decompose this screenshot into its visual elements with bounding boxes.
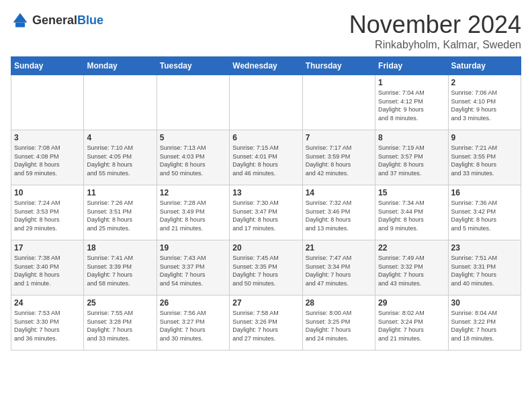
day-number: 17	[14, 243, 81, 253]
calendar-week-row: 24Sunrise: 7:53 AM Sunset: 3:30 PM Dayli…	[11, 295, 521, 351]
calendar-cell: 24Sunrise: 7:53 AM Sunset: 3:30 PM Dayli…	[11, 295, 84, 351]
logo-text-blue: Blue	[77, 13, 103, 27]
day-detail: Sunrise: 7:08 AM Sunset: 4:08 PM Dayligh…	[14, 144, 81, 177]
day-number: 8	[378, 133, 445, 142]
calendar-cell: 3Sunrise: 7:08 AM Sunset: 4:08 PM Daylig…	[11, 130, 84, 185]
weekday-header: Monday	[84, 57, 157, 75]
day-detail: Sunrise: 7:36 AM Sunset: 3:42 PM Dayligh…	[451, 199, 518, 232]
day-detail: Sunrise: 7:28 AM Sunset: 3:49 PM Dayligh…	[160, 199, 226, 232]
calendar-cell: 6Sunrise: 7:15 AM Sunset: 4:01 PM Daylig…	[230, 130, 302, 185]
day-detail: Sunrise: 8:00 AM Sunset: 3:25 PM Dayligh…	[306, 309, 372, 342]
svg-rect-1	[15, 23, 25, 28]
weekday-header: Thursday	[302, 57, 375, 75]
calendar-table: SundayMondayTuesdayWednesdayThursdayFrid…	[11, 56, 521, 351]
day-number: 27	[232, 298, 299, 308]
day-number: 26	[160, 298, 226, 308]
calendar-cell: 20Sunrise: 7:45 AM Sunset: 3:35 PM Dayli…	[230, 240, 302, 295]
day-detail: Sunrise: 7:24 AM Sunset: 3:53 PM Dayligh…	[14, 199, 81, 232]
calendar-week-row: 17Sunrise: 7:38 AM Sunset: 3:40 PM Dayli…	[11, 240, 521, 295]
day-detail: Sunrise: 7:38 AM Sunset: 3:40 PM Dayligh…	[14, 254, 81, 287]
calendar-cell: 25Sunrise: 7:55 AM Sunset: 3:28 PM Dayli…	[84, 295, 157, 351]
svg-marker-0	[13, 13, 28, 23]
month-title: November 2024	[349, 11, 521, 39]
day-detail: Sunrise: 7:34 AM Sunset: 3:44 PM Dayligh…	[378, 199, 445, 232]
day-number: 6	[232, 133, 299, 142]
day-detail: Sunrise: 7:45 AM Sunset: 3:35 PM Dayligh…	[232, 254, 299, 287]
weekday-header: Sunday	[11, 57, 84, 75]
calendar-cell: 1Sunrise: 7:04 AM Sunset: 4:12 PM Daylig…	[375, 75, 448, 130]
day-detail: Sunrise: 7:41 AM Sunset: 3:39 PM Dayligh…	[87, 254, 153, 287]
calendar-cell	[11, 75, 84, 130]
calendar-cell: 18Sunrise: 7:41 AM Sunset: 3:39 PM Dayli…	[84, 240, 157, 295]
day-detail: Sunrise: 7:32 AM Sunset: 3:46 PM Dayligh…	[306, 199, 372, 232]
calendar-cell: 26Sunrise: 7:56 AM Sunset: 3:27 PM Dayli…	[157, 295, 229, 351]
weekday-header: Tuesday	[157, 57, 229, 75]
day-number: 23	[451, 243, 518, 253]
calendar-cell: 4Sunrise: 7:10 AM Sunset: 4:05 PM Daylig…	[84, 130, 157, 185]
day-number: 22	[378, 243, 445, 253]
day-number: 4	[87, 133, 153, 142]
calendar-cell: 29Sunrise: 8:02 AM Sunset: 3:24 PM Dayli…	[375, 295, 448, 351]
calendar-cell: 22Sunrise: 7:49 AM Sunset: 3:32 PM Dayli…	[375, 240, 448, 295]
day-detail: Sunrise: 7:15 AM Sunset: 4:01 PM Dayligh…	[232, 144, 299, 177]
day-detail: Sunrise: 7:06 AM Sunset: 4:10 PM Dayligh…	[451, 89, 518, 122]
day-detail: Sunrise: 7:56 AM Sunset: 3:27 PM Dayligh…	[160, 309, 226, 342]
weekday-header: Wednesday	[230, 57, 302, 75]
calendar-cell: 5Sunrise: 7:13 AM Sunset: 4:03 PM Daylig…	[157, 130, 229, 185]
calendar-cell	[84, 75, 157, 130]
day-number: 24	[14, 298, 81, 308]
calendar-cell: 19Sunrise: 7:43 AM Sunset: 3:37 PM Dayli…	[157, 240, 229, 295]
day-detail: Sunrise: 7:10 AM Sunset: 4:05 PM Dayligh…	[87, 144, 153, 177]
calendar-cell: 28Sunrise: 8:00 AM Sunset: 3:25 PM Dayli…	[302, 295, 375, 351]
calendar-body: 1Sunrise: 7:04 AM Sunset: 4:12 PM Daylig…	[11, 75, 521, 351]
day-detail: Sunrise: 7:43 AM Sunset: 3:37 PM Dayligh…	[160, 254, 226, 287]
day-detail: Sunrise: 8:04 AM Sunset: 3:22 PM Dayligh…	[451, 309, 518, 342]
calendar-cell: 30Sunrise: 8:04 AM Sunset: 3:22 PM Dayli…	[448, 295, 521, 351]
day-detail: Sunrise: 7:30 AM Sunset: 3:47 PM Dayligh…	[232, 199, 299, 232]
day-detail: Sunrise: 7:26 AM Sunset: 3:51 PM Dayligh…	[87, 199, 153, 232]
day-number: 12	[160, 188, 226, 197]
day-detail: Sunrise: 7:51 AM Sunset: 3:31 PM Dayligh…	[451, 254, 518, 287]
calendar-week-row: 10Sunrise: 7:24 AM Sunset: 3:53 PM Dayli…	[11, 185, 521, 240]
day-number: 16	[451, 188, 518, 197]
day-number: 25	[87, 298, 153, 308]
day-number: 15	[378, 188, 445, 197]
day-detail: Sunrise: 7:17 AM Sunset: 3:59 PM Dayligh…	[306, 144, 372, 177]
day-number: 3	[14, 133, 81, 142]
calendar-cell: 27Sunrise: 7:58 AM Sunset: 3:26 PM Dayli…	[230, 295, 302, 351]
calendar-cell: 8Sunrise: 7:19 AM Sunset: 3:57 PM Daylig…	[375, 130, 448, 185]
day-number: 11	[87, 188, 153, 197]
calendar-cell: 13Sunrise: 7:30 AM Sunset: 3:47 PM Dayli…	[230, 185, 302, 240]
day-number: 9	[451, 133, 518, 142]
calendar-cell: 15Sunrise: 7:34 AM Sunset: 3:44 PM Dayli…	[375, 185, 448, 240]
day-number: 5	[160, 133, 226, 142]
calendar-cell: 17Sunrise: 7:38 AM Sunset: 3:40 PM Dayli…	[11, 240, 84, 295]
calendar-cell	[157, 75, 229, 130]
location: Rinkabyholm, Kalmar, Sweden	[349, 39, 521, 51]
weekday-header: Saturday	[448, 57, 521, 75]
day-detail: Sunrise: 8:02 AM Sunset: 3:24 PM Dayligh…	[378, 309, 445, 342]
calendar-cell: 10Sunrise: 7:24 AM Sunset: 3:53 PM Dayli…	[11, 185, 84, 240]
day-detail: Sunrise: 7:21 AM Sunset: 3:55 PM Dayligh…	[451, 144, 518, 177]
calendar-cell: 7Sunrise: 7:17 AM Sunset: 3:59 PM Daylig…	[302, 130, 375, 185]
day-number: 1	[378, 78, 445, 87]
day-number: 20	[232, 243, 299, 253]
day-number: 21	[306, 243, 372, 253]
weekday-header: Friday	[375, 57, 448, 75]
day-detail: Sunrise: 7:13 AM Sunset: 4:03 PM Dayligh…	[160, 144, 226, 177]
logo-icon	[11, 11, 30, 30]
day-detail: Sunrise: 7:58 AM Sunset: 3:26 PM Dayligh…	[232, 309, 299, 342]
calendar-cell: 12Sunrise: 7:28 AM Sunset: 3:49 PM Dayli…	[157, 185, 229, 240]
calendar-cell: 9Sunrise: 7:21 AM Sunset: 3:55 PM Daylig…	[448, 130, 521, 185]
day-number: 19	[160, 243, 226, 253]
day-number: 13	[232, 188, 299, 197]
calendar-cell: 16Sunrise: 7:36 AM Sunset: 3:42 PM Dayli…	[448, 185, 521, 240]
day-number: 7	[306, 133, 372, 142]
calendar-cell	[230, 75, 302, 130]
day-number: 28	[306, 298, 372, 308]
day-detail: Sunrise: 7:55 AM Sunset: 3:28 PM Dayligh…	[87, 309, 153, 342]
calendar-cell: 21Sunrise: 7:47 AM Sunset: 3:34 PM Dayli…	[302, 240, 375, 295]
calendar-cell: 23Sunrise: 7:51 AM Sunset: 3:31 PM Dayli…	[448, 240, 521, 295]
day-detail: Sunrise: 7:19 AM Sunset: 3:57 PM Dayligh…	[378, 144, 445, 177]
logo: GeneralBlue	[11, 11, 103, 30]
